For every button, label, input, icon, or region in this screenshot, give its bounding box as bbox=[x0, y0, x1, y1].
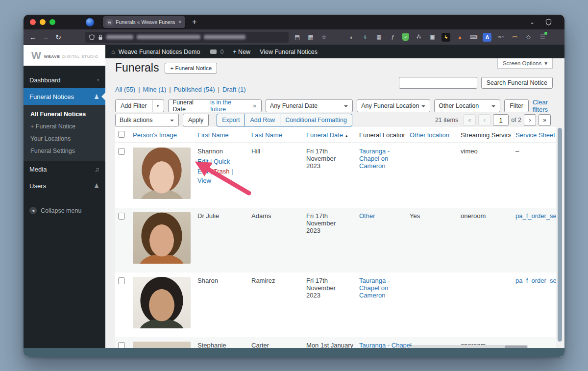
col-last-name[interactable]: Last Name bbox=[251, 131, 282, 139]
funeral-location-select[interactable]: Any Funeral Location bbox=[357, 99, 430, 112]
funeral-location-link[interactable]: Other bbox=[359, 212, 375, 220]
clear-filters-link[interactable]: Clear filters bbox=[533, 99, 564, 113]
last-page-button[interactable]: » bbox=[539, 114, 551, 126]
view-draft-link[interactable]: Draft (1) bbox=[222, 86, 246, 93]
admin-content: Screen Options ▾ Funerals + Funeral Noti… bbox=[105, 58, 564, 348]
conditional-formatting-button[interactable]: Conditional Formatting bbox=[280, 114, 352, 126]
row-checkbox[interactable] bbox=[118, 277, 125, 284]
collapse-menu-button[interactable]: ◀ Collapse menu bbox=[24, 207, 105, 214]
streaming-service bbox=[456, 272, 511, 337]
sidebar-item-dashboard[interactable]: Dashboard ◔ bbox=[24, 72, 105, 88]
ext-wallet-icon[interactable]: ▭ bbox=[510, 33, 519, 42]
view-link[interactable]: View bbox=[197, 177, 211, 184]
ext-signal-icon[interactable]: ⁂ bbox=[414, 33, 423, 42]
ext-shield-icon[interactable]: ✓ bbox=[402, 33, 409, 41]
pagination: 21 items « ‹ of 2 › » bbox=[435, 114, 551, 126]
person-photo bbox=[133, 342, 191, 348]
search-input[interactable] bbox=[399, 77, 477, 89]
new-tab-button[interactable]: + bbox=[192, 18, 196, 26]
browser-toolbar: ← → ↻ ▤ ▦ ☆ ◐ ⇓ ▦ ƒ ✓ ⁂ ▣ bbox=[24, 29, 564, 45]
containers-grid-icon[interactable]: ▦ bbox=[308, 34, 313, 41]
ext-translate-icon[interactable]: A bbox=[483, 33, 491, 42]
ext-lightning-icon[interactable]: ϟ bbox=[441, 33, 450, 42]
add-funeral-notice-button[interactable]: + Funeral Notice bbox=[165, 63, 217, 74]
admin-bar-view-funeral-notices[interactable]: View Funeral Notices bbox=[260, 49, 318, 55]
search-funeral-notice-button[interactable]: Search Funeral Notice bbox=[481, 77, 553, 89]
lock-icon[interactable] bbox=[98, 34, 103, 40]
minimize-window-button[interactable] bbox=[40, 19, 46, 25]
comments-icon[interactable] bbox=[210, 49, 217, 54]
row-checkbox[interactable] bbox=[118, 213, 125, 220]
funeral-location-link[interactable]: Tauranga - Chapel on Cameron bbox=[359, 277, 390, 299]
tracking-shield-icon[interactable] bbox=[89, 34, 95, 40]
window-controls bbox=[30, 19, 55, 25]
address-bar[interactable] bbox=[85, 32, 289, 43]
col-funeral-date[interactable]: Funeral Date bbox=[306, 131, 343, 139]
ext-script-icon[interactable]: ƒ bbox=[388, 33, 397, 42]
tab-close-icon[interactable]: ✕ bbox=[178, 20, 182, 25]
service-sheet-link[interactable]: pa_f_order_ser bbox=[515, 277, 556, 284]
view-published-link[interactable]: Published (54) bbox=[174, 86, 215, 93]
admin-bar-new[interactable]: + New bbox=[233, 49, 250, 55]
view-mine-link[interactable]: Mine (1) bbox=[143, 86, 167, 93]
sidebar-item-your-locations[interactable]: Your Locations bbox=[24, 132, 105, 145]
remove-filter-icon[interactable]: ✕ bbox=[252, 103, 256, 109]
sidebar-item-users[interactable]: Users ♟ bbox=[24, 177, 105, 194]
sidebar-item-media[interactable]: Media ♫ bbox=[24, 161, 105, 177]
back-button[interactable]: ← bbox=[26, 33, 39, 41]
sidebar-item-add-funeral-notice[interactable]: + Funeral Notice bbox=[24, 120, 105, 132]
ext-blocker-icon[interactable]: ◐ bbox=[347, 33, 356, 42]
comment-count[interactable]: 0 bbox=[220, 49, 223, 55]
vertical-scrollbar[interactable] bbox=[558, 128, 562, 342]
add-filter-button[interactable]: Add Filter bbox=[115, 99, 152, 112]
add-filter-dropdown-caret[interactable]: ▾ bbox=[152, 99, 164, 112]
screen-options-button[interactable]: Screen Options ▾ bbox=[497, 58, 553, 69]
reload-button[interactable]: ↻ bbox=[52, 33, 65, 41]
col-first-name[interactable]: First Name bbox=[197, 131, 229, 139]
row-checkbox[interactable] bbox=[118, 148, 125, 155]
col-service-sheet[interactable]: Service Sheet bbox=[515, 131, 555, 139]
add-row-button[interactable]: Add Row bbox=[245, 114, 280, 126]
sidebar-item-funeral-notices[interactable]: Funeral Notices ♟ bbox=[24, 88, 105, 105]
col-other-location[interactable]: Other location bbox=[410, 131, 449, 139]
bookmark-star-icon[interactable]: ☆ bbox=[321, 34, 327, 41]
ext-counter-icon[interactable]: 1571 bbox=[496, 33, 505, 42]
streaming-service: oneroom bbox=[456, 208, 511, 272]
funeral-location-link[interactable]: Tauranga - Chapel bbox=[359, 342, 412, 348]
apply-button[interactable]: Apply bbox=[183, 114, 209, 126]
col-persons-image[interactable]: Person's Image bbox=[133, 131, 177, 139]
close-window-button[interactable] bbox=[30, 19, 36, 25]
ext-apps-icon[interactable]: ▦ bbox=[374, 33, 383, 42]
ext-download-icon[interactable]: ⇓ bbox=[361, 33, 369, 42]
service-sheet-link[interactable]: pa_f_order_ser bbox=[515, 212, 556, 220]
zoom-window-button[interactable] bbox=[49, 19, 55, 25]
reader-view-icon[interactable]: ▤ bbox=[294, 34, 300, 41]
view-all-link[interactable]: All (55) bbox=[115, 86, 135, 93]
ext-misc-icon[interactable]: ◇ bbox=[524, 33, 533, 42]
funeral-date-select[interactable]: Any Funeral Date bbox=[266, 99, 353, 112]
sidebar-item-funeral-settings[interactable]: Funeral Settings bbox=[24, 145, 105, 157]
ext-alert-icon[interactable]: ▲ bbox=[455, 33, 464, 42]
edit-link[interactable]: Edit bbox=[197, 158, 208, 165]
current-page-input[interactable] bbox=[493, 114, 509, 126]
funeral-location-link[interactable]: Tauranga - Chapel on Cameron bbox=[359, 148, 390, 170]
forward-button[interactable]: → bbox=[39, 33, 52, 41]
bulk-actions-select[interactable]: Bulk actions bbox=[115, 114, 179, 126]
other-location-select[interactable]: Other Location bbox=[434, 99, 500, 112]
tab-shield-icon[interactable] bbox=[545, 19, 552, 25]
ext-keyboard-icon[interactable]: ⌨ bbox=[469, 33, 478, 42]
browser-tab[interactable]: w Funerals « Weave Funeral Notic ✕ bbox=[103, 16, 185, 28]
admin-bar-site-name[interactable]: Weave Funeral Notices Demo bbox=[119, 49, 200, 55]
filter-button[interactable]: Filter bbox=[504, 99, 529, 112]
trash-link[interactable]: Trash bbox=[214, 168, 230, 175]
active-filter-chip[interactable]: Funeral Date is in the future ✕ bbox=[168, 99, 262, 112]
sidebar-item-all-funeral-notices[interactable]: All Funeral Notices bbox=[24, 108, 105, 120]
export-button[interactable]: Export bbox=[217, 114, 245, 126]
wp-admin-bar: ⌂ Weave Funeral Notices Demo 0 + New Vie… bbox=[105, 45, 564, 58]
row-checkbox[interactable] bbox=[118, 342, 125, 348]
list-tabs-chevron-icon[interactable]: ⌄ bbox=[530, 19, 535, 25]
ext-panel-icon[interactable]: ▣ bbox=[428, 33, 437, 42]
menu-button[interactable]: ☰ bbox=[539, 33, 545, 41]
select-all-checkbox[interactable] bbox=[118, 131, 125, 138]
next-page-button[interactable]: › bbox=[524, 114, 536, 126]
